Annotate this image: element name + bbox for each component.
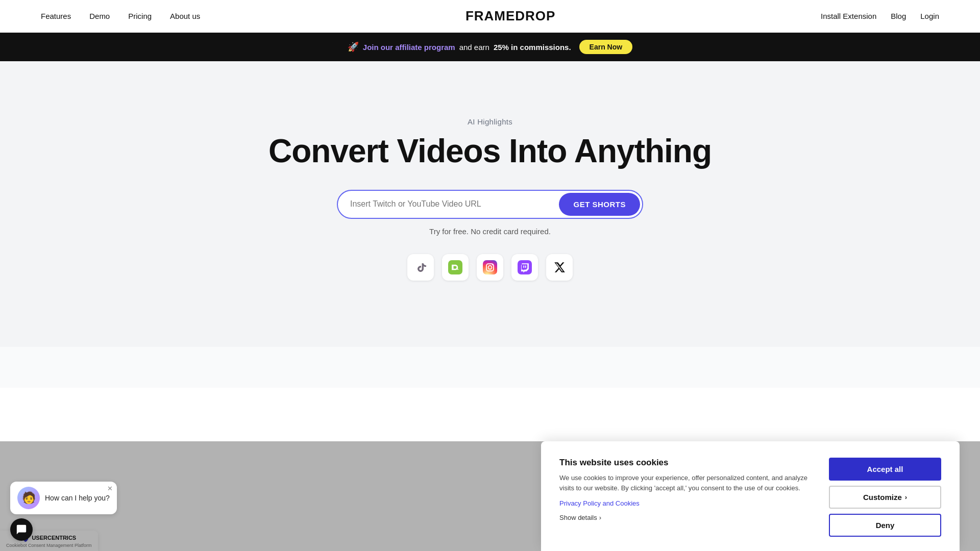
site-logo[interactable]: FRAMEDROP (465, 8, 556, 24)
rocket-icon: 🚀 (348, 41, 359, 53)
below-hero-section (0, 347, 980, 388)
banner-commission-text: 25% in commissions. (494, 43, 571, 52)
svg-point-5 (492, 264, 493, 265)
nav-login[interactable]: Login (920, 12, 939, 20)
affiliate-link[interactable]: Join our affiliate program (363, 43, 455, 52)
hero-sub-label: AI Highlights (468, 117, 512, 126)
nav-links-left: Features Demo Pricing About us (41, 12, 200, 20)
url-search-bar: GET SHORTS (337, 190, 643, 219)
svg-rect-6 (518, 260, 532, 274)
nav-blog[interactable]: Blog (891, 12, 906, 20)
tiktok-icon[interactable] (407, 254, 434, 281)
rumble-icon[interactable] (442, 254, 469, 281)
navbar: Features Demo Pricing About us FRAMEDROP… (0, 0, 980, 33)
earn-now-button[interactable]: Earn Now (579, 40, 633, 54)
svg-rect-7 (525, 265, 526, 267)
x-twitter-icon[interactable] (546, 254, 573, 281)
twitch-icon[interactable] (511, 254, 538, 281)
hero-caption: Try for free. No credit card required. (429, 227, 551, 236)
nav-features[interactable]: Features (41, 12, 71, 20)
svg-rect-1 (448, 260, 462, 274)
nav-pricing[interactable]: Pricing (128, 12, 152, 20)
instagram-icon[interactable] (477, 254, 503, 281)
nav-links-right: Install Extension Blog Login (821, 12, 939, 20)
nav-install-extension[interactable]: Install Extension (821, 12, 876, 20)
affiliate-banner: 🚀 Join our affiliate program and earn 25… (0, 33, 980, 61)
video-url-input[interactable] (338, 191, 557, 217)
hero-title: Convert Videos Into Anything (268, 133, 712, 169)
nav-about[interactable]: About us (170, 12, 200, 20)
get-shorts-button[interactable]: GET SHORTS (559, 193, 640, 216)
hero-section: AI Highlights Convert Videos Into Anythi… (0, 61, 980, 347)
svg-rect-8 (523, 265, 524, 267)
social-icons-row (407, 254, 573, 281)
banner-middle-text: and earn (459, 43, 489, 52)
nav-demo[interactable]: Demo (89, 12, 110, 20)
svg-rect-2 (483, 260, 497, 274)
